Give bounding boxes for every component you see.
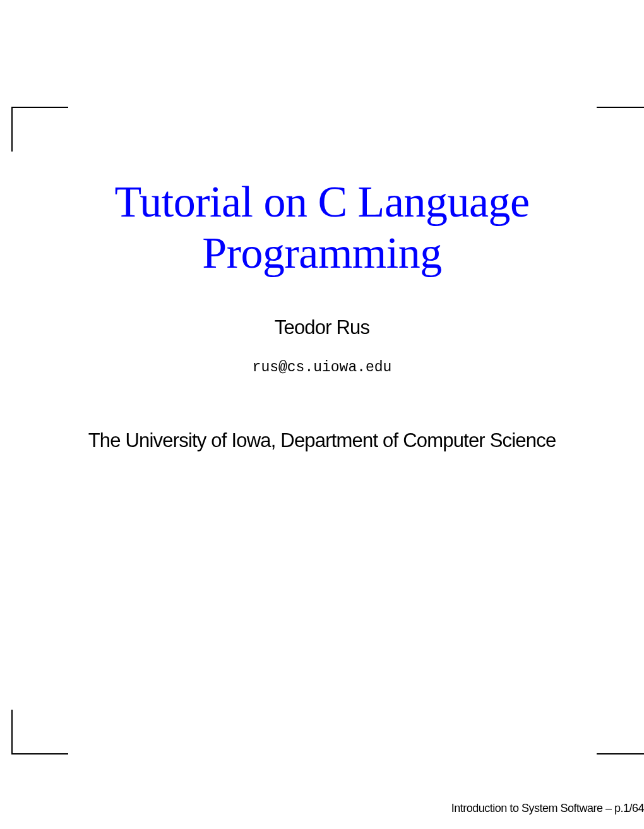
affiliation-text: The University of Iowa, Department of Co… bbox=[0, 429, 644, 452]
page-footer: Introduction to System Software – p.1/64 bbox=[451, 802, 644, 815]
title-line-2: Programming bbox=[0, 228, 644, 279]
slide-page: Tutorial on C Language Programming Teodo… bbox=[0, 0, 644, 829]
corner-decoration-bottom-right bbox=[597, 710, 644, 754]
title-line-1: Tutorial on C Language bbox=[0, 177, 644, 228]
corner-decoration-bottom-left bbox=[11, 710, 68, 754]
slide-title: Tutorial on C Language Programming bbox=[0, 177, 644, 278]
corner-decoration-top-right bbox=[597, 107, 644, 152]
corner-decoration-top-left bbox=[11, 107, 68, 152]
author-email: rus@cs.uiowa.edu bbox=[0, 359, 644, 376]
slide-content: Tutorial on C Language Programming Teodo… bbox=[0, 177, 644, 452]
author-name: Teodor Rus bbox=[0, 316, 644, 339]
